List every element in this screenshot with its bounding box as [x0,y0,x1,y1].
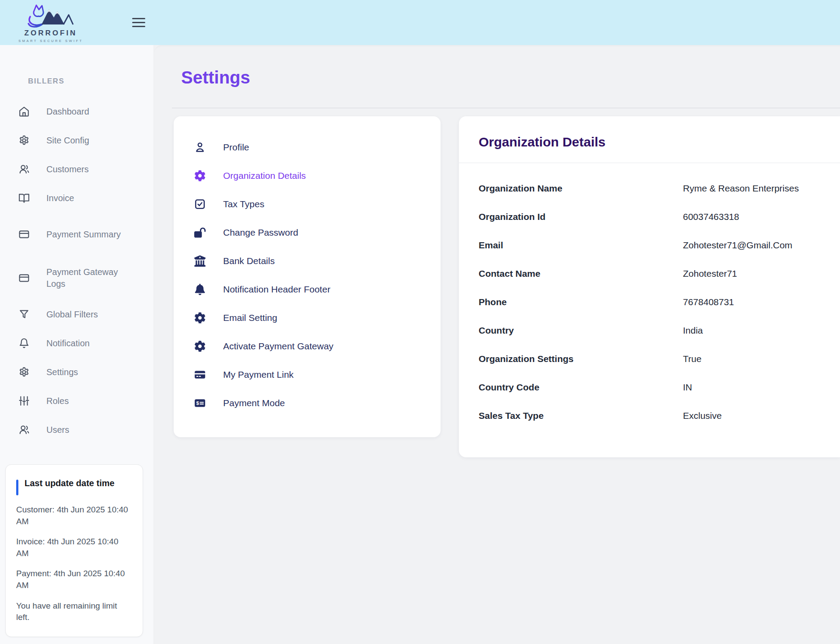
field-value: 60037463318 [683,212,739,222]
sidebar-item-label: Site Config [46,135,89,146]
field-row-organization-settings: Organization Settings True [479,354,840,364]
field-value: Zohotester71@Gmail.Com [683,240,792,251]
field-value: IN [683,382,692,393]
field-label: Phone [479,297,683,307]
last-update-title: Last update date time [24,477,115,490]
sidebar-item-label: Payment Gateway Logs [46,266,124,289]
checkbox-check-icon [193,198,206,211]
sidebar-item-settings[interactable]: Settings [0,358,154,386]
settings-menu-item-profile[interactable]: Profile [174,133,441,161]
brand-tagline: SMART SECURE SWIFT [18,39,83,43]
field-label: Organization Settings [479,354,683,364]
settings-menu-item-activate-payment-gateway[interactable]: Activate Payment Gateway [174,332,441,360]
settings-menu-item-organization-details[interactable]: Organization Details [174,161,441,190]
users-icon [18,424,31,436]
sidebar-item-dashboard[interactable]: Dashboard [0,97,154,126]
credit-card-icon [18,272,31,284]
settings-menu-item-bank-details[interactable]: Bank Details [174,247,441,275]
field-value: Zohotester71 [683,268,737,279]
last-update-customer: Customer: 4th Jun 2025 10:40 AM [16,504,132,527]
sidebar: BILLERS Dashboard Site Config Customers … [0,45,154,644]
settings-menu-label: Profile [223,142,249,153]
svg-text:$: $ [196,400,199,406]
book-open-icon [18,192,31,204]
settings-menu-label: My Payment Link [223,369,294,380]
top-header-bar: ZORROFIN SMART SECURE SWIFT [0,0,840,45]
settings-menu-item-my-payment-link[interactable]: My Payment Link [174,360,441,389]
settings-menu-label: Activate Payment Gateway [223,341,333,352]
credit-card-icon [193,368,206,381]
last-update-invoice: Invoice: 4th Jun 2025 10:40 AM [16,536,132,559]
credit-card-icon [18,228,31,240]
settings-menu-label: Tax Types [223,199,264,209]
fox-mountains-logo-icon [25,3,77,31]
field-row-email: Email Zohotester71@Gmail.Com [479,240,840,251]
field-row-organization-id: Organization Id 60037463318 [479,212,840,222]
settings-menu-item-tax-types[interactable]: Tax Types [174,190,441,218]
organization-details-title: Organization Details [479,135,840,150]
sidebar-item-payment-gateway-logs[interactable]: Payment Gateway Logs [0,256,154,300]
field-row-sales-tax-type: Sales Tax Type Exclusive [479,411,840,421]
field-value: India [683,325,703,336]
user-icon [193,141,206,154]
sidebar-item-roles[interactable]: Roles [0,386,154,415]
accent-bar [16,480,18,495]
bell-icon [193,283,206,296]
hamburger-menu-icon[interactable] [132,15,145,30]
field-value: Ryme & Reason Enterprises [683,183,799,194]
sidebar-item-label: Settings [46,366,78,378]
last-update-card: Last update date time Customer: 4th Jun … [5,464,143,637]
bell-icon [18,337,31,349]
field-label: Email [479,240,683,251]
organization-details-card: Organization Details Organization Name R… [459,116,840,457]
sidebar-item-payment-summary[interactable]: Payment Summary [0,212,154,256]
field-row-phone: Phone 7678408731 [479,297,840,307]
field-label: Country Code [479,382,683,393]
main-content: Settings Profile Organization Details [154,45,840,644]
bank-icon [193,254,206,268]
field-row-contact-name: Contact Name Zohotester71 [479,268,840,279]
sidebar-item-notification[interactable]: Notification [0,329,154,358]
sidebar-item-customers[interactable]: Customers [0,155,154,184]
sidebar-item-label: Customers [46,164,89,175]
field-label: Organization Name [479,183,683,194]
settings-menu-item-email-setting[interactable]: Email Setting [174,303,441,332]
field-label: Country [479,325,683,336]
sidebar-item-label: Invoice [46,192,74,204]
brand-logo[interactable]: ZORROFIN SMART SECURE SWIFT [0,3,102,43]
last-update-payment: Payment: 4th Jun 2025 10:40 AM [16,568,132,591]
sidebar-item-label: Global Filters [46,309,98,320]
field-value: 7678408731 [683,297,734,307]
sidebar-item-label: Notification [46,338,90,349]
sidebar-item-invoice[interactable]: Invoice [0,184,154,212]
users-icon [18,163,31,175]
settings-menu-item-payment-mode[interactable]: $ Payment Mode [174,389,441,417]
sidebar-item-label: Roles [46,395,69,407]
sidebar-section-label: BILLERS [28,77,154,86]
gear-icon [193,340,206,353]
field-value: Exclusive [683,411,722,421]
gear-icon [193,169,206,182]
settings-menu-label: Bank Details [223,256,275,266]
settings-menu-card: Profile Organization Details Tax Types [174,116,441,437]
home-icon [18,105,31,118]
field-row-country: Country India [479,325,840,336]
settings-menu-label: Organization Details [223,171,306,181]
field-label: Contact Name [479,268,683,279]
sidebar-item-users[interactable]: Users [0,415,154,444]
settings-menu-label: Notification Header Footer [223,284,330,295]
settings-menu-label: Email Setting [223,313,277,323]
sidebar-item-label: Users [46,424,69,436]
gear-icon [18,134,31,146]
settings-menu-item-change-password[interactable]: Change Password [174,218,441,247]
settings-menu-label: Payment Mode [223,398,285,408]
gear-icon [193,311,206,324]
last-update-note: You have all remaining limit left. [16,600,132,623]
settings-menu-item-notification-header-footer[interactable]: Notification Header Footer [174,275,441,303]
sidebar-item-site-config[interactable]: Site Config [0,126,154,155]
sidebar-item-global-filters[interactable]: Global Filters [0,300,154,329]
brand-name: ZORROFIN [24,29,77,38]
sliders-icon [18,395,31,407]
divider [172,108,840,108]
page-title: Settings [181,68,840,87]
